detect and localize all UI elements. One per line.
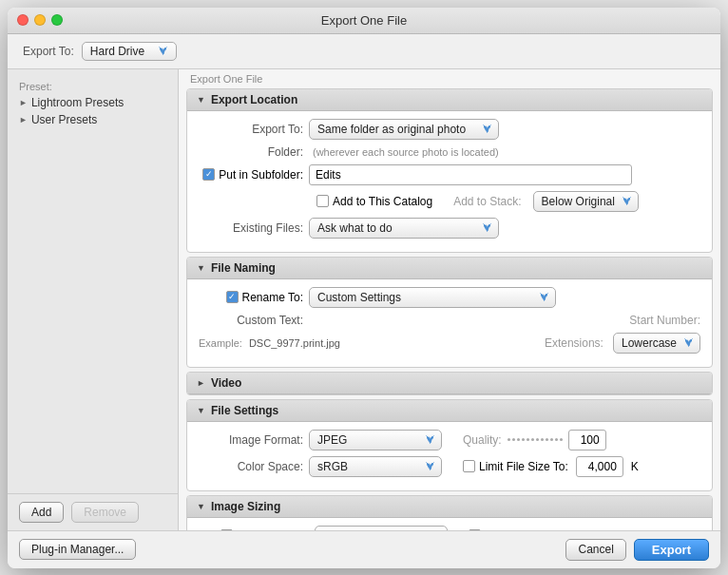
example-label: Example: DSC_9977.print.jpg <box>199 337 340 349</box>
export-to-label: Export To: <box>199 123 303 136</box>
add-catalog-label: Add to This Catalog <box>333 195 432 208</box>
chevron-down-icon: ⮟ <box>159 46 168 56</box>
bottom-bar: Plug-in Manager... Cancel Export <box>8 530 720 568</box>
chevron-down-icon: ⮟ <box>684 337 694 348</box>
custom-text-label: Custom Text: <box>199 314 303 327</box>
example-row: Example: DSC_9977.print.jpg Extensions: … <box>199 333 700 354</box>
toolbar: Export To: Hard Drive ⮟ <box>8 34 720 69</box>
sidebar-item-lightroom[interactable]: ► Lightroom Presets <box>8 94 178 111</box>
file-settings-section: ▼ File Settings Image Format: JPEG ⮟ Qua… <box>186 399 713 491</box>
image-sizing-header[interactable]: ▼ Image Sizing <box>187 496 712 518</box>
chevron-down-icon: ⮟ <box>426 434 435 445</box>
custom-text-row: Custom Text: Start Number: <box>199 314 700 327</box>
export-location-body: Export To: Same folder as original photo… <box>187 111 712 252</box>
export-location-section: ▼ Export Location Export To: Same folder… <box>186 88 713 253</box>
export-destination-dropdown[interactable]: Hard Drive ⮟ <box>82 42 177 61</box>
titlebar: Export One File <box>8 8 720 34</box>
quality-slider[interactable] <box>508 430 700 450</box>
quality-value-input[interactable] <box>568 430 606 450</box>
image-format-dropdown[interactable]: JPEG ⮟ <box>309 430 442 450</box>
video-section: ► Video <box>186 372 713 395</box>
rename-label: Rename To: <box>242 291 303 304</box>
sidebar-content: Preset: ► Lightroom Presets ► User Prese… <box>8 69 178 493</box>
plugin-manager-button[interactable]: Plug-in Manager... <box>19 539 136 560</box>
export-to-toolbar-label: Export To: <box>23 45 74 58</box>
file-naming-header[interactable]: ▼ File Naming <box>187 258 712 279</box>
rename-checkbox[interactable]: ✓ <box>226 291 239 303</box>
add-catalog-checkbox[interactable] <box>316 195 329 207</box>
image-sizing-section: ▼ Image Sizing ✓ Resize to Fit: Width & … <box>186 495 713 530</box>
video-title: Video <box>211 376 241 390</box>
color-space-row: Color Space: sRGB ⮟ Limit File Size To: … <box>199 456 700 477</box>
cancel-button[interactable]: Cancel <box>565 539 625 561</box>
limit-size-checkbox[interactable] <box>463 460 475 472</box>
folder-value: (wherever each source photo is located) <box>313 146 499 158</box>
limit-size-unit: K <box>631 460 639 473</box>
file-settings-body: Image Format: JPEG ⮟ Quality: <box>187 422 712 490</box>
file-settings-title: File Settings <box>211 404 278 417</box>
quality-label: Quality: <box>463 433 502 447</box>
color-space-dropdown[interactable]: sRGB ⮟ <box>309 456 442 477</box>
image-sizing-title: Image Sizing <box>211 500 280 513</box>
catalog-row: Add to This Catalog Add to Stack: Below … <box>199 191 700 212</box>
add-catalog-row: Add to This Catalog <box>316 195 432 208</box>
close-button[interactable] <box>17 14 29 26</box>
existing-files-label: Existing Files: <box>199 221 303 235</box>
color-space-label: Color Space: <box>199 460 303 473</box>
subfolder-row: ✓ Put in Subfolder: <box>199 164 700 185</box>
file-naming-title: File Naming <box>211 261 276 275</box>
panel: Export One File ▼ Export Location Export… <box>179 69 720 530</box>
image-format-row: Image Format: JPEG ⮟ Quality: <box>199 430 700 450</box>
sidebar-item-user[interactable]: ► User Presets <box>8 111 178 128</box>
collapse-icon: ▼ <box>197 263 205 273</box>
subfolder-label: Put in Subfolder: <box>219 168 303 182</box>
remove-preset-button: Remove <box>71 502 139 523</box>
preset-label: Preset: <box>8 77 178 94</box>
rename-row: ✓ Rename To: Custom Settings ⮟ <box>199 287 700 308</box>
collapse-icon: ▼ <box>197 502 205 511</box>
chevron-down-icon: ⮟ <box>623 196 632 206</box>
subfolder-input[interactable] <box>309 164 632 185</box>
file-settings-header[interactable]: ▼ File Settings <box>187 400 712 422</box>
image-sizing-body: ✓ Resize to Fit: Width & Height ⮟ Don't … <box>187 518 712 530</box>
sidebar: Preset: ► Lightroom Presets ► User Prese… <box>8 69 179 530</box>
panel-export-label: Export One File <box>179 69 720 88</box>
triangle-icon: ► <box>19 115 28 125</box>
extensions-dropdown[interactable]: Lowercase ⮟ <box>613 333 700 354</box>
extensions-label: Extensions: <box>545 336 603 350</box>
stack-dropdown[interactable]: Below Original ⮟ <box>533 191 639 212</box>
start-number-label: Start Number: <box>629 314 700 327</box>
sidebar-actions: Add Remove <box>8 493 178 530</box>
existing-files-dropdown[interactable]: Ask what to do ⮟ <box>309 218 499 239</box>
chevron-down-icon: ⮟ <box>540 292 549 302</box>
subfolder-checkbox[interactable]: ✓ <box>202 168 215 181</box>
folder-label: Folder: <box>199 145 303 159</box>
chevron-down-icon: ⮟ <box>483 124 492 134</box>
add-preset-button[interactable]: Add <box>19 502 64 523</box>
chevron-down-icon: ⮟ <box>483 222 492 233</box>
export-to-dropdown[interactable]: Same folder as original photo ⮟ <box>309 119 499 140</box>
file-naming-body: ✓ Rename To: Custom Settings ⮟ Custom Te… <box>187 279 712 367</box>
main-content: Preset: ► Lightroom Presets ► User Prese… <box>8 69 720 530</box>
export-location-title: Export Location <box>211 93 297 106</box>
collapse-icon: ▼ <box>197 406 205 415</box>
video-header[interactable]: ► Video <box>187 373 712 394</box>
limit-size-input[interactable] <box>576 456 623 477</box>
file-naming-section: ▼ File Naming ✓ Rename To: Custom Settin… <box>186 257 713 368</box>
minimize-button[interactable] <box>34 14 46 26</box>
export-location-header[interactable]: ▼ Export Location <box>187 89 712 111</box>
folder-row: Folder: (wherever each source photo is l… <box>199 145 700 159</box>
rename-dropdown[interactable]: Custom Settings ⮟ <box>309 287 556 308</box>
chevron-down-icon: ⮟ <box>426 461 435 471</box>
limit-size-row: Limit File Size To: K <box>463 456 639 477</box>
export-button[interactable]: Export <box>634 539 709 561</box>
bottom-right-buttons: Cancel Export <box>565 539 709 561</box>
image-format-label: Image Format: <box>199 433 303 447</box>
titlebar-buttons <box>17 14 63 26</box>
limit-size-label: Limit File Size To: <box>479 460 568 473</box>
add-stack-label: Add to Stack: <box>453 195 521 208</box>
expand-icon: ► <box>197 378 205 388</box>
maximize-button[interactable] <box>51 14 63 26</box>
triangle-icon: ► <box>19 98 28 107</box>
window-title: Export One File <box>321 13 407 28</box>
